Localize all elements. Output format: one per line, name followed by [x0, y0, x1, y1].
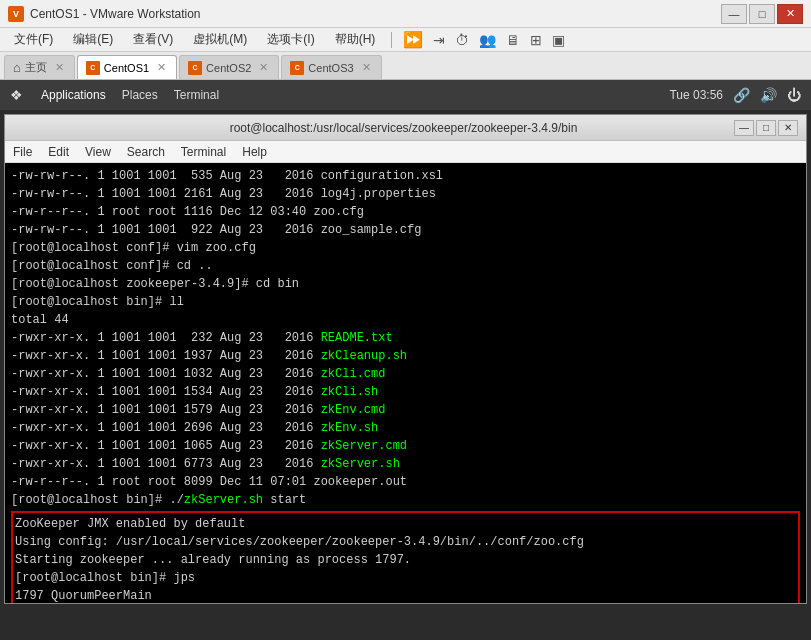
vm-tabs-bar: ⌂ 主页 ✕ C CentOS1 ✕ C CentOS2 ✕ C CentOS3…: [0, 52, 811, 80]
terminal-menubar: File Edit View Search Terminal Help: [5, 141, 806, 163]
terminal-menu-file[interactable]: File: [13, 145, 32, 159]
highlight-line: Using config: /usr/local/services/zookee…: [15, 533, 796, 551]
toolbar-grid-icon[interactable]: ⊞: [530, 32, 542, 48]
tab-centos3[interactable]: C CentOS3 ✕: [281, 55, 381, 79]
toolbar-monitor-icon[interactable]: 🖥: [506, 32, 520, 48]
terminal-line: -rwxr-xr-x. 1 1001 1001 1579 Aug 23 2016…: [11, 401, 800, 419]
toolbar-clock-icon[interactable]: ⏱: [455, 32, 469, 48]
terminal-line: -rw-r--r--. 1 root root 1116 Dec 12 03:4…: [11, 203, 800, 221]
menu-help[interactable]: 帮助(H): [327, 29, 384, 50]
terminal-line: -rwxr-xr-x. 1 1001 1001 2696 Aug 23 2016…: [11, 419, 800, 437]
terminal-line: [root@localhost conf]# vim zoo.cfg: [11, 239, 800, 257]
terminal-close[interactable]: ✕: [778, 120, 798, 136]
terminal-line: -rw-rw-r--. 1 1001 1001 535 Aug 23 2016 …: [11, 167, 800, 185]
tab-centos2-label: CentOS2: [206, 62, 251, 74]
terminal-maximize[interactable]: □: [756, 120, 776, 136]
menu-tabs[interactable]: 选项卡(I): [259, 29, 322, 50]
terminal-line: [root@localhost bin]# ll: [11, 293, 800, 311]
highlight-line: [root@localhost bin]# jps: [15, 569, 796, 587]
terminal-line: -rwxr-xr-x. 1 1001 1001 232 Aug 23 2016 …: [11, 329, 800, 347]
tab-centos2-close[interactable]: ✕: [259, 61, 268, 74]
highlight-line: ZooKeeper JMX enabled by default: [15, 515, 796, 533]
tab-centos1-close[interactable]: ✕: [157, 61, 166, 74]
highlight-section: ZooKeeper JMX enabled by defaultUsing co…: [11, 511, 800, 603]
places-menu[interactable]: Places: [122, 88, 158, 102]
tab-centos2[interactable]: C CentOS2 ✕: [179, 55, 279, 79]
menu-vm[interactable]: 虚拟机(M): [185, 29, 255, 50]
applications-menu[interactable]: Applications: [41, 88, 106, 102]
terminal-line: -rwxr-xr-x. 1 1001 1001 1937 Aug 23 2016…: [11, 347, 800, 365]
centos-topbar-left: ❖ Applications Places Terminal: [10, 87, 219, 103]
terminal-line: [root@localhost bin]# ./zkServer.sh star…: [11, 491, 800, 509]
terminal-window-controls: — □ ✕: [734, 120, 798, 136]
centos1-icon: C: [86, 61, 100, 75]
terminal-line: -rwxr-xr-x. 1 1001 1001 6773 Aug 23 2016…: [11, 455, 800, 473]
tab-centos3-close[interactable]: ✕: [362, 61, 371, 74]
terminal-menu-view[interactable]: View: [85, 145, 111, 159]
highlight-line: Starting zookeeper ... already running a…: [15, 551, 796, 569]
home-tab-label: 主页: [25, 60, 47, 75]
volume-icon[interactable]: 🔊: [760, 87, 777, 103]
terminal-menu-edit[interactable]: Edit: [48, 145, 69, 159]
terminal-menu-search[interactable]: Search: [127, 145, 165, 159]
terminal-line: -rw-r--r--. 1 root root 8099 Dec 11 07:0…: [11, 473, 800, 491]
vmware-titlebar: V CentOS1 - VMware Workstation — □ ✕: [0, 0, 811, 28]
terminal-line: -rw-rw-r--. 1 1001 1001 2161 Aug 23 2016…: [11, 185, 800, 203]
home-tab-close[interactable]: ✕: [55, 61, 64, 74]
terminal-line: total 44: [11, 311, 800, 329]
home-tab[interactable]: ⌂ 主页 ✕: [4, 55, 75, 79]
toolbar-send-icon[interactable]: ⇥: [433, 32, 445, 48]
terminal-line: -rw-rw-r--. 1 1001 1001 922 Aug 23 2016 …: [11, 221, 800, 239]
terminal-menu-terminal[interactable]: Terminal: [181, 145, 226, 159]
vmware-title: CentOS1 - VMware Workstation: [30, 7, 721, 21]
centos2-icon: C: [188, 61, 202, 75]
centos3-icon: C: [290, 61, 304, 75]
home-icon: ⌂: [13, 60, 21, 75]
vmware-app-icon: V: [8, 6, 24, 22]
terminal-minimize[interactable]: —: [734, 120, 754, 136]
vmware-window-controls: — □ ✕: [721, 4, 803, 24]
clock: Tue 03:56: [669, 88, 723, 102]
terminal-line: [root@localhost zookeeper-3.4.9]# cd bin: [11, 275, 800, 293]
tab-centos1[interactable]: C CentOS1 ✕: [77, 55, 177, 79]
toolbar-power-icon[interactable]: ⏩: [403, 30, 423, 49]
highlight-line: 1797 QuorumPeerMain: [15, 587, 796, 603]
terminal-window: root@localhost:/usr/local/services/zooke…: [4, 114, 807, 604]
terminal-line: -rwxr-xr-x. 1 1001 1001 1534 Aug 23 2016…: [11, 383, 800, 401]
terminal-line: -rwxr-xr-x. 1 1001 1001 1065 Aug 23 2016…: [11, 437, 800, 455]
terminal-line: [root@localhost conf]# cd ..: [11, 257, 800, 275]
menu-edit[interactable]: 编辑(E): [65, 29, 121, 50]
terminal-menu-help[interactable]: Help: [242, 145, 267, 159]
terminal-title: root@localhost:/usr/local/services/zooke…: [73, 121, 734, 135]
centos-topbar: ❖ Applications Places Terminal Tue 03:56…: [0, 80, 811, 110]
terminal-menu[interactable]: Terminal: [174, 88, 219, 102]
terminal-titlebar: root@localhost:/usr/local/services/zooke…: [5, 115, 806, 141]
toolbar-users-icon[interactable]: 👥: [479, 32, 496, 48]
network-icon: 🔗: [733, 87, 750, 103]
power-icon[interactable]: ⏻: [787, 87, 801, 103]
maximize-button[interactable]: □: [749, 4, 775, 24]
vmware-menubar: 文件(F) 编辑(E) 查看(V) 虚拟机(M) 选项卡(I) 帮助(H) ⏩ …: [0, 28, 811, 52]
menu-file[interactable]: 文件(F): [6, 29, 61, 50]
tab-centos1-label: CentOS1: [104, 62, 149, 74]
tab-centos3-label: CentOS3: [308, 62, 353, 74]
centos-topbar-right: Tue 03:56 🔗 🔊 ⏻: [669, 87, 801, 103]
terminal-line: -rwxr-xr-x. 1 1001 1001 1032 Aug 23 2016…: [11, 365, 800, 383]
menu-view[interactable]: 查看(V): [125, 29, 181, 50]
minimize-button[interactable]: —: [721, 4, 747, 24]
terminal-body[interactable]: -rw-rw-r--. 1 1001 1001 535 Aug 23 2016 …: [5, 163, 806, 603]
toolbar-box-icon[interactable]: ▣: [552, 32, 565, 48]
toolbar-separator: [391, 32, 392, 48]
close-button[interactable]: ✕: [777, 4, 803, 24]
